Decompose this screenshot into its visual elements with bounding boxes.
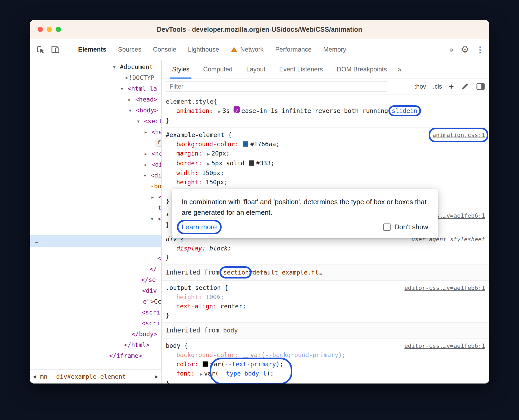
collapse-arrow-icon[interactable]: ▶ bbox=[145, 149, 151, 159]
tree-row[interactable]: -bo bbox=[30, 181, 161, 192]
dock-sidebar-icon[interactable] bbox=[476, 83, 485, 90]
tab-sources[interactable]: Sources bbox=[112, 39, 147, 60]
expand-arrow-icon[interactable]: ▼ bbox=[137, 116, 144, 127]
tree-row[interactable]: </body> bbox=[30, 329, 161, 340]
tab-elements[interactable]: Elements bbox=[72, 39, 112, 60]
more-sidebar-tabs-icon[interactable]: » bbox=[394, 60, 405, 79]
collapse-arrow-icon[interactable]: ▶ bbox=[145, 159, 151, 170]
kebab-menu-icon[interactable]: ⋮ bbox=[476, 45, 484, 54]
tree-token: < bbox=[157, 255, 161, 262]
toolbar-left-icons bbox=[36, 39, 72, 60]
style-rule-body: body {editor-css.…v=ae1feb6:1background-… bbox=[162, 339, 489, 384]
css-declaration: background-color: #1766aa; bbox=[166, 140, 485, 149]
dont-show-checkbox[interactable] bbox=[383, 223, 391, 231]
tree-row[interactable]: <scri bbox=[30, 318, 161, 329]
more-panels-icon[interactable]: » bbox=[449, 45, 454, 54]
tab-network[interactable]: Network bbox=[225, 39, 269, 60]
stylesheet-source-link[interactable]: editor-css.…v=ae1feb6:1 bbox=[404, 341, 485, 350]
expand-arrow-icon[interactable]: ▼ bbox=[144, 170, 151, 181]
tab-lighthouse[interactable]: Lighthouse bbox=[182, 39, 225, 60]
tree-row[interactable]: ▼< bbox=[30, 213, 161, 224]
tree-row[interactable]: ▼#document bbox=[30, 62, 161, 72]
color-swatch[interactable] bbox=[243, 141, 248, 147]
learn-more-link[interactable]: Learn more bbox=[182, 223, 217, 231]
tab-computed[interactable]: Computed bbox=[196, 60, 239, 79]
tree-row[interactable]: ▼<body> bbox=[30, 105, 161, 116]
collapse-arrow-icon[interactable]: ▶ bbox=[128, 94, 135, 105]
minimize-button[interactable] bbox=[47, 27, 52, 32]
breadcrumb-left-arrow-icon[interactable]: ◀ bbox=[33, 374, 36, 379]
breadcrumb-item-current[interactable]: div#example-element bbox=[56, 373, 126, 380]
expand-arrow-icon[interactable]: ▼ bbox=[129, 105, 136, 116]
tree-row[interactable]: <!DOCTYP bbox=[30, 72, 161, 83]
tree-row[interactable]: ▼<sect bbox=[30, 116, 161, 127]
css-token: var( bbox=[210, 361, 225, 368]
tab-dom-breakpoints[interactable]: DOM Breakpoints bbox=[330, 60, 394, 79]
new-style-rule-button[interactable]: + bbox=[449, 82, 454, 91]
tab-performance[interactable]: Performance bbox=[269, 39, 317, 60]
stylesheet-source-link[interactable]: editor-css.…v=ae1feb6:1 bbox=[404, 283, 485, 293]
tree-row[interactable]: <scri bbox=[30, 307, 161, 318]
expand-arrow-icon[interactable]: ▼ bbox=[121, 84, 128, 94]
tree-row[interactable]: ▶<di bbox=[30, 159, 161, 170]
expand-arrow-icon[interactable]: ▼ bbox=[151, 214, 158, 225]
tree-row[interactable]: fl bbox=[30, 138, 161, 148]
expand-triangle-icon[interactable]: ▶ bbox=[218, 109, 221, 114]
tree-row[interactable]: ▼<di bbox=[30, 170, 161, 181]
collapse-arrow-icon[interactable]: ▶ bbox=[145, 127, 151, 138]
element-classes-button[interactable]: .cls bbox=[433, 83, 442, 90]
tab-memory[interactable]: Memory bbox=[317, 39, 352, 60]
window-controls bbox=[38, 27, 61, 32]
flex-badge[interactable]: fl bbox=[155, 139, 161, 147]
tree-token: <di bbox=[151, 172, 161, 179]
tree-row[interactable]: t bbox=[30, 203, 161, 213]
breadcrumb-right-arrow-icon[interactable]: ▶ bbox=[155, 374, 158, 379]
tree-row[interactable]: ▼<html la bbox=[30, 83, 161, 94]
css-declaration: color: var(--text-primary); bbox=[166, 360, 485, 369]
tree-row[interactable]: ▶<he bbox=[30, 127, 161, 138]
tab-event-listeners[interactable]: Event Listeners bbox=[272, 60, 330, 79]
color-swatch[interactable] bbox=[203, 361, 208, 367]
css-token: 150px; bbox=[202, 179, 228, 186]
rule-selector-line: #example-element {animation.css:1 bbox=[166, 130, 485, 140]
inspect-icon[interactable] bbox=[36, 45, 45, 54]
expand-arrow-icon[interactable]: ▼ bbox=[113, 62, 120, 73]
tree-row[interactable]: … bbox=[30, 235, 161, 247]
device-toolbar-icon[interactable] bbox=[51, 45, 60, 54]
toggle-element-state-button[interactable]: :hov bbox=[414, 83, 426, 90]
gear-icon[interactable]: ⚙ bbox=[461, 45, 469, 54]
tab-styles[interactable]: Styles bbox=[165, 60, 196, 79]
stylesheet-source-link[interactable]: animation.css:1 bbox=[432, 130, 485, 140]
easing-bezier-icon[interactable] bbox=[234, 106, 240, 113]
filter-input[interactable]: Filter bbox=[166, 81, 387, 92]
inherited-node-link[interactable]: #default-example.fl… bbox=[249, 269, 322, 276]
tree-row[interactable]: ▶<nc bbox=[30, 148, 161, 159]
tab-layout[interactable]: Layout bbox=[239, 60, 272, 79]
tree-row[interactable]: </html> bbox=[30, 340, 161, 350]
css-var-link[interactable]: --background-primary bbox=[265, 351, 338, 358]
tree-row[interactable]: ▶< bbox=[30, 192, 161, 203]
tree-row[interactable]: <div bbox=[30, 285, 161, 296]
color-swatch[interactable] bbox=[249, 160, 254, 166]
annotated-token[interactable]: slidein bbox=[392, 107, 417, 114]
close-button[interactable] bbox=[38, 27, 43, 32]
expand-triangle-icon[interactable]: ▶ bbox=[207, 152, 210, 157]
zoom-button[interactable] bbox=[56, 27, 61, 32]
tree-row[interactable]: ▶<head> bbox=[30, 94, 161, 105]
breadcrumb-item-partial[interactable]: mn bbox=[40, 373, 48, 380]
tree-row[interactable]: </se bbox=[30, 275, 161, 285]
color-swatch[interactable] bbox=[243, 352, 248, 358]
tree-row[interactable]: </ bbox=[30, 264, 161, 275]
css-var-link[interactable]: --text-primary bbox=[225, 361, 276, 368]
tree-row[interactable]: e">Cc bbox=[30, 296, 161, 307]
tree-row[interactable]: < bbox=[30, 253, 161, 264]
css-var-link[interactable]: --type-body-l bbox=[219, 370, 266, 377]
expand-triangle-icon[interactable]: ▶ bbox=[207, 161, 210, 166]
brush-icon[interactable] bbox=[461, 82, 469, 91]
tree-row[interactable]: </iframe> bbox=[30, 350, 161, 361]
tab-console[interactable]: Console bbox=[147, 39, 182, 60]
collapse-arrow-icon[interactable]: ▶ bbox=[151, 192, 158, 203]
inherited-node-link[interactable]: section bbox=[223, 269, 249, 276]
inherited-node-link[interactable]: body bbox=[223, 327, 238, 334]
expand-triangle-icon[interactable]: ▶ bbox=[200, 372, 203, 377]
